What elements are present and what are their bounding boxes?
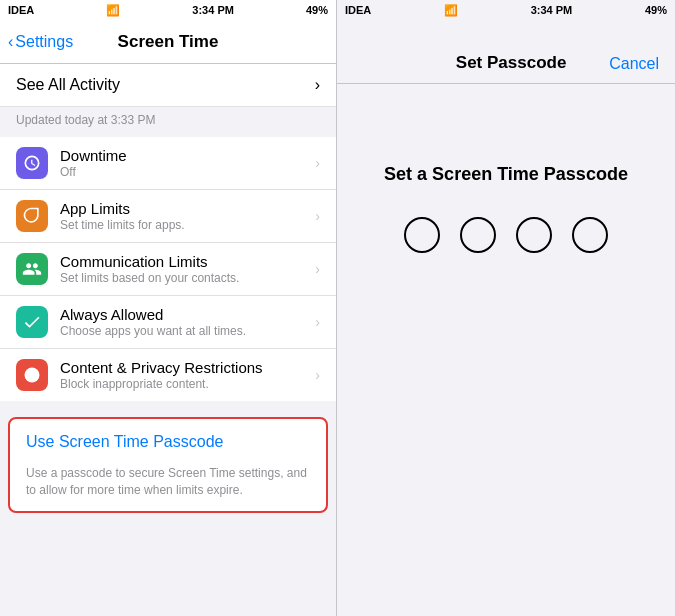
app-limits-chevron: › <box>315 208 320 224</box>
downtime-icon <box>16 147 48 179</box>
menu-item-always-allowed[interactable]: Always Allowed Choose apps you want at a… <box>0 296 336 349</box>
passcode-circles <box>404 217 608 253</box>
passcode-circle-1 <box>404 217 440 253</box>
app-limits-subtitle: Set time limits for apps. <box>60 218 185 232</box>
left-nav-title: Screen Time <box>118 32 219 52</box>
downtime-chevron: › <box>315 155 320 171</box>
right-nav-title: Set Passcode <box>456 53 567 73</box>
use-passcode-row[interactable]: Use Screen Time Passcode <box>10 419 326 465</box>
always-allowed-title: Always Allowed <box>60 306 246 323</box>
right-panel: IDEA 📶 3:34 PM 49% Set Passcode Cancel S… <box>337 0 675 616</box>
passcode-circle-3 <box>516 217 552 253</box>
updated-label: Updated today at 3:33 PM <box>0 107 336 133</box>
communication-icon <box>16 253 48 285</box>
passcode-description: Use a passcode to secure Screen Time set… <box>10 465 326 511</box>
always-allowed-chevron: › <box>315 314 320 330</box>
cancel-button[interactable]: Cancel <box>609 55 659 73</box>
downtime-subtitle: Off <box>60 165 127 179</box>
passcode-section: Use Screen Time Passcode Use a passcode … <box>8 417 328 513</box>
see-all-activity-row[interactable]: See All Activity › <box>0 64 336 107</box>
menu-section: Downtime Off › App Limits Set time limit… <box>0 137 336 401</box>
menu-item-downtime[interactable]: Downtime Off › <box>0 137 336 190</box>
content-privacy-title: Content & Privacy Restrictions <box>60 359 263 376</box>
passcode-label: Use Screen Time Passcode <box>26 433 223 451</box>
menu-item-content-privacy[interactable]: Content & Privacy Restrictions Block ina… <box>0 349 336 401</box>
menu-item-app-limits[interactable]: App Limits Set time limits for apps. › <box>0 190 336 243</box>
right-nav-bar: Set Passcode Cancel <box>337 20 675 84</box>
right-time: 3:34 PM <box>531 4 573 16</box>
content-privacy-chevron: › <box>315 367 320 383</box>
back-label: Settings <box>15 33 73 51</box>
passcode-circle-2 <box>460 217 496 253</box>
right-carrier: IDEA <box>345 4 371 16</box>
left-nav-bar: ‹ Settings Screen Time <box>0 20 336 64</box>
content-privacy-icon <box>16 359 48 391</box>
left-wifi-icon: 📶 <box>106 4 120 17</box>
left-carrier: IDEA <box>8 4 34 16</box>
app-limits-icon <box>16 200 48 232</box>
right-battery: 49% <box>645 4 667 16</box>
passcode-circle-4 <box>572 217 608 253</box>
back-button[interactable]: ‹ Settings <box>8 33 73 51</box>
menu-item-communication[interactable]: Communication Limits Set limits based on… <box>0 243 336 296</box>
see-all-chevron: › <box>315 76 320 94</box>
left-panel: IDEA 📶 3:34 PM 49% ‹ Settings Screen Tim… <box>0 0 337 616</box>
communication-chevron: › <box>315 261 320 277</box>
left-battery: 49% <box>306 4 328 16</box>
always-allowed-subtitle: Choose apps you want at all times. <box>60 324 246 338</box>
communication-subtitle: Set limits based on your contacts. <box>60 271 239 285</box>
passcode-content: Set a Screen Time Passcode <box>337 84 675 616</box>
always-allowed-icon <box>16 306 48 338</box>
right-status-bar: IDEA 📶 3:34 PM 49% <box>337 0 675 20</box>
see-all-label: See All Activity <box>16 76 120 94</box>
set-passcode-heading: Set a Screen Time Passcode <box>384 164 628 185</box>
left-time: 3:34 PM <box>192 4 234 16</box>
downtime-title: Downtime <box>60 147 127 164</box>
left-status-bar: IDEA 📶 3:34 PM 49% <box>0 0 336 20</box>
communication-title: Communication Limits <box>60 253 239 270</box>
right-wifi-icon: 📶 <box>444 4 458 17</box>
content-privacy-subtitle: Block inappropriate content. <box>60 377 263 391</box>
chevron-left-icon: ‹ <box>8 33 13 51</box>
app-limits-title: App Limits <box>60 200 185 217</box>
